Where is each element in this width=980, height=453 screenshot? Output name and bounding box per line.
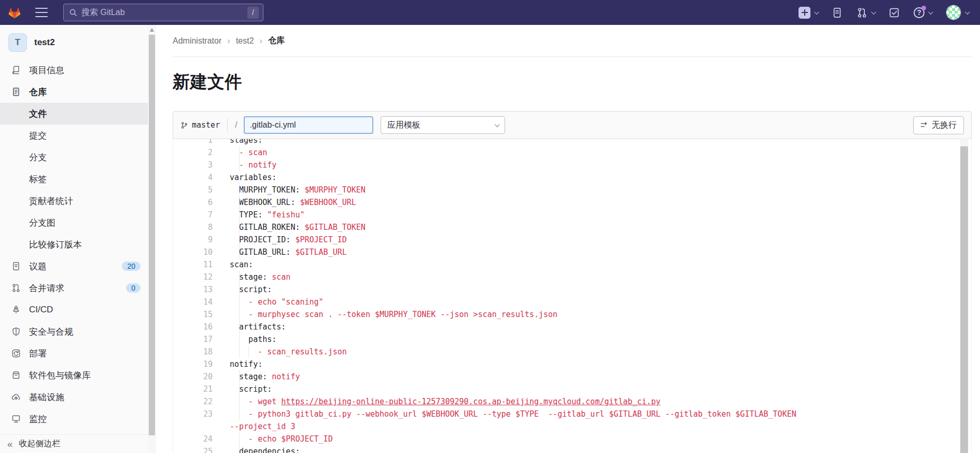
todo-check-icon bbox=[889, 7, 900, 18]
sidebar-item-compare[interactable]: 比较修订版本 bbox=[0, 234, 148, 255]
gitlab-logo[interactable] bbox=[6, 5, 23, 20]
line-number: 9 bbox=[173, 234, 213, 246]
sidebar-item-packages[interactable]: 软件包与镜像库 bbox=[0, 364, 148, 386]
search-icon bbox=[69, 8, 77, 17]
repository-icon bbox=[11, 87, 21, 97]
line-code: - notify bbox=[213, 159, 971, 171]
sidebar-item-project-info[interactable]: 项目信息 bbox=[0, 59, 148, 81]
line-code: --project_id 3 bbox=[213, 420, 971, 433]
line-number: 13 bbox=[173, 283, 213, 296]
editor-line: 13 script: bbox=[173, 283, 971, 296]
sidebar-scrollbar[interactable] bbox=[148, 25, 156, 453]
scroll-up-arrow-icon[interactable] bbox=[150, 28, 154, 32]
path-separator: / bbox=[235, 120, 237, 130]
editor-line: 18 - scan_results.json bbox=[173, 346, 971, 358]
sidebar-item-files[interactable]: 文件 bbox=[0, 103, 148, 125]
sidebar-item-tags[interactable]: 标签 bbox=[0, 168, 148, 190]
indent-guide bbox=[248, 346, 249, 358]
sidebar-item-merge-requests[interactable]: 合并请求 0 bbox=[0, 277, 148, 299]
line-number: 10 bbox=[173, 246, 213, 258]
indent-guide bbox=[239, 370, 240, 383]
line-number: 6 bbox=[173, 196, 213, 209]
help-menu-button[interactable]: ? bbox=[914, 7, 932, 18]
line-number: 16 bbox=[173, 321, 213, 333]
breadcrumb-separator: › bbox=[260, 36, 263, 46]
new-file-toolbar: master / 应用模板 无换行 bbox=[173, 111, 972, 139]
indent-guide bbox=[239, 159, 240, 171]
editor-line: 8 GITLAB_ROKEN: $GITLAB_TOKEN bbox=[173, 221, 971, 234]
indent-guide bbox=[239, 146, 240, 159]
breadcrumb-project[interactable]: test2 bbox=[236, 36, 254, 46]
editor-line: 20 stage: notify bbox=[173, 370, 971, 383]
editor-line: --project_id 3 bbox=[173, 420, 971, 433]
sidebar-item-infrastructure[interactable]: 基础设施 bbox=[0, 386, 148, 408]
line-number: 12 bbox=[173, 271, 213, 283]
sidebar-item-cicd[interactable]: CI/CD bbox=[0, 299, 148, 321]
project-avatar: T bbox=[8, 33, 27, 52]
project-name: test2 bbox=[34, 37, 55, 48]
sidebar-item-deployments[interactable]: 部署 bbox=[0, 342, 148, 364]
editor-line: 14 - echo "scaning" bbox=[173, 296, 971, 308]
template-dropdown[interactable]: 应用模板 bbox=[381, 116, 505, 134]
user-menu-button[interactable] bbox=[946, 5, 969, 20]
indent-guide bbox=[239, 333, 240, 346]
indent-guide bbox=[239, 221, 240, 234]
line-number: 14 bbox=[173, 296, 213, 308]
merge-requests-icon bbox=[11, 283, 21, 293]
sidebar-item-contributors[interactable]: 贡献者统计 bbox=[0, 190, 148, 212]
line-code: variables: bbox=[213, 171, 971, 184]
count-badge: 0 bbox=[126, 283, 141, 293]
editor-line: 21 script: bbox=[173, 383, 971, 395]
line-number: 25 bbox=[173, 445, 213, 453]
breadcrumb-separator: › bbox=[227, 36, 230, 46]
branch-selector[interactable]: master bbox=[180, 120, 220, 130]
search-input[interactable] bbox=[81, 8, 247, 17]
line-number: 22 bbox=[173, 395, 213, 408]
sidebar-item-security[interactable]: 安全与合规 bbox=[0, 321, 148, 342]
line-number: 7 bbox=[173, 209, 213, 221]
sidebar-item-graph[interactable]: 分支图 bbox=[0, 212, 148, 234]
filename-input[interactable] bbox=[244, 116, 373, 134]
line-code: script: bbox=[213, 383, 971, 395]
collapse-sidebar-button[interactable]: « 收起侧边栏 bbox=[0, 434, 148, 453]
global-search[interactable]: / bbox=[63, 4, 263, 21]
count-badge: 20 bbox=[122, 262, 141, 271]
sidebar-item-commits[interactable]: 提交 bbox=[0, 125, 148, 146]
branch-name: master bbox=[192, 120, 220, 130]
editor-line: 2 - scan bbox=[173, 146, 971, 159]
editor-line: 15 - murphysec scan . --token $MURPHY_TO… bbox=[173, 308, 971, 321]
line-number: 23 bbox=[173, 408, 213, 420]
line-code: TYPE: "feishu" bbox=[213, 209, 971, 221]
breadcrumb-administrator[interactable]: Administrator bbox=[173, 36, 221, 46]
indent-guide bbox=[239, 346, 240, 358]
indent-guide bbox=[239, 308, 240, 321]
new-menu-button[interactable] bbox=[799, 7, 818, 19]
deployments-icon bbox=[11, 349, 21, 358]
editor-line: 7 TYPE: "feishu" bbox=[173, 209, 971, 221]
line-code: - murphysec scan . --token $MURPHY_TONEK… bbox=[213, 308, 971, 321]
no-wrap-button[interactable]: 无换行 bbox=[913, 116, 964, 134]
indent-guide bbox=[239, 296, 240, 308]
line-code: GITLAB_ROKEN: $GITLAB_TOKEN bbox=[213, 221, 971, 234]
project-context[interactable]: T test2 bbox=[0, 25, 148, 59]
plus-icon bbox=[799, 7, 810, 19]
line-number: 17 bbox=[173, 333, 213, 346]
sidebar-item-issues[interactable]: 议题 20 bbox=[0, 255, 148, 277]
sidebar-item-repository[interactable]: 仓库 bbox=[0, 81, 148, 103]
search-shortcut-key: / bbox=[247, 7, 259, 19]
editor-line: 16 artifacts: bbox=[173, 321, 971, 333]
scrollbar-thumb[interactable] bbox=[149, 35, 155, 435]
sidebar-item-branches[interactable]: 分支 bbox=[0, 146, 148, 168]
editor-scrollbar-thumb[interactable] bbox=[960, 146, 968, 453]
issues-button[interactable] bbox=[832, 7, 843, 18]
editor-line: 11 scan: bbox=[173, 258, 971, 271]
editor-line: 12 stage: scan bbox=[173, 271, 971, 283]
todos-button[interactable] bbox=[889, 7, 900, 18]
collapse-label: 收起侧边栏 bbox=[19, 438, 61, 449]
sidebar-item-monitor[interactable]: 监控 bbox=[0, 408, 148, 430]
editor-scrollbar-track[interactable] bbox=[960, 138, 968, 146]
merge-requests-button[interactable] bbox=[857, 7, 875, 18]
menu-icon[interactable] bbox=[35, 8, 48, 17]
code-editor[interactable]: 1 stages: 2 - scan 3 - notify 4 variable… bbox=[173, 139, 972, 453]
indent-guide bbox=[239, 184, 240, 196]
